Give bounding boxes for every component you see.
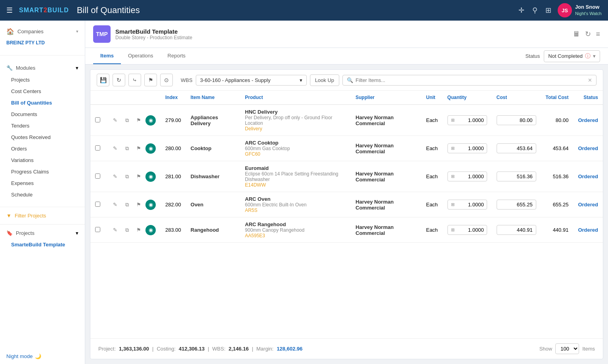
wbs-select[interactable]: 3-60-160 - Appliances - Supply ▾ (196, 75, 307, 86)
row-checkbox-cell (90, 105, 105, 136)
qty-icon: ⊞ (451, 227, 455, 233)
footer-wbs-value: 2,146.16 (229, 346, 249, 352)
tab-items[interactable]: Items (93, 48, 121, 64)
sidebar-item-tenders[interactable]: Tenders (0, 120, 85, 131)
row-checkbox[interactable] (95, 145, 100, 151)
row-checkbox[interactable] (95, 227, 100, 232)
row-supplier: Harvey Norman Commercial (351, 217, 421, 243)
search-icon: 🔍 (347, 77, 353, 83)
copy-btn[interactable]: ⧉ (122, 143, 132, 154)
row-cost (492, 161, 541, 192)
hierarchy-btn[interactable]: ⤷ (128, 74, 141, 86)
quantity-input[interactable] (456, 173, 484, 179)
edit-btn[interactable]: ✎ (110, 143, 120, 154)
filter-input[interactable] (356, 77, 585, 83)
row-total-cost: 516.36 (541, 161, 574, 192)
lookup-btn[interactable]: Look Up (310, 74, 339, 86)
quantity-input[interactable] (456, 227, 484, 233)
sidebar-item-quotes-received[interactable]: Quotes Received (0, 131, 85, 143)
projects-header[interactable]: 🔖 Projects ▾ (0, 227, 85, 239)
active-project-name[interactable]: SmarteBuild Template (0, 239, 85, 250)
night-mode-btn[interactable]: Night mode 🌙 (6, 353, 78, 359)
tab-operations[interactable]: Operations (121, 48, 161, 64)
flag-btn[interactable]: ⚑ (144, 74, 157, 86)
content-header: TMP SmarteBuild Template Double Storey -… (85, 21, 608, 48)
row-cost (492, 192, 541, 217)
add-icon[interactable]: ✛ (518, 6, 524, 15)
avatar[interactable]: JS (558, 3, 572, 17)
sidebar-item-projects[interactable]: Projects (0, 74, 85, 86)
status-dropdown[interactable]: Not Completed ⓘ ▾ (544, 50, 600, 62)
refresh-icon[interactable]: ↻ (585, 30, 591, 38)
sidebar-item-cost-centers[interactable]: Cost Centers (0, 86, 85, 97)
sidebar-item-progress-claims[interactable]: Progress Claims (0, 166, 85, 177)
view-btn[interactable]: ◉ (145, 143, 156, 154)
footer-project-value: 1,363,136.00 (119, 346, 149, 352)
pin-icon[interactable]: ⚲ (532, 6, 537, 15)
status-value: Not Completed (548, 53, 583, 59)
brand: SMART2BUILD (19, 7, 69, 14)
filter-input-wrap: 🔍 ✕ (342, 75, 597, 86)
view-btn[interactable]: ◉ (145, 225, 156, 235)
quantity-input[interactable] (456, 117, 484, 123)
cost-input[interactable] (501, 202, 533, 208)
edit-btn[interactable]: ✎ (110, 172, 120, 182)
view-btn[interactable]: ◉ (145, 200, 156, 210)
row-cost (492, 217, 541, 243)
cost-input[interactable] (501, 173, 533, 179)
companies-label: Companies (17, 29, 44, 34)
sidebar-item-bill-of-quantities[interactable]: Bill of Quantities (0, 97, 85, 109)
view-btn[interactable]: ◉ (145, 115, 156, 126)
copy-btn[interactable]: ⧉ (122, 200, 132, 210)
sidebar-item-expenses[interactable]: Expenses (0, 177, 85, 189)
copy-btn[interactable]: ⧉ (122, 115, 132, 126)
edit-btn[interactable]: ✎ (110, 200, 120, 210)
sidebar-item-documents[interactable]: Documents (0, 109, 85, 120)
row-quantity: ⊞ (443, 136, 492, 161)
copy-btn[interactable]: ⧉ (122, 172, 132, 182)
clear-icon[interactable]: ✕ (588, 77, 592, 83)
sidebar-item-orders[interactable]: Orders (0, 143, 85, 154)
flag-btn[interactable]: ⚑ (134, 172, 144, 182)
refresh-btn[interactable]: ↻ (113, 74, 125, 86)
main-layout: 🏠 Companies ▾ BREINZ PTY LTD 🔧 Modules ▾… (0, 21, 608, 364)
save-btn[interactable]: 💾 (97, 74, 109, 86)
col-product: Product (240, 91, 351, 105)
row-item-name: Cooktop (186, 136, 240, 161)
copy-btn[interactable]: ⧉ (122, 225, 132, 235)
filter-projects-btn[interactable]: ▼ Filter Projects (0, 210, 85, 222)
row-status: Ordered (573, 217, 603, 243)
modules-header[interactable]: 🔧 Modules ▾ (0, 62, 85, 74)
row-checkbox[interactable] (95, 173, 100, 179)
quantity-input[interactable] (456, 202, 484, 208)
row-cost (492, 136, 541, 161)
row-checkbox[interactable] (95, 117, 100, 122)
edit-btn[interactable]: ✎ (110, 115, 120, 126)
row-checkbox[interactable] (95, 202, 100, 207)
list-icon[interactable]: ≡ (596, 30, 600, 38)
quantity-input[interactable] (456, 145, 484, 151)
tab-reports[interactable]: Reports (161, 48, 193, 64)
link-btn[interactable]: ⊙ (160, 74, 173, 86)
cost-input[interactable] (501, 117, 533, 123)
show-select[interactable]: 100 50 25 (555, 343, 579, 354)
edit-btn[interactable]: ✎ (110, 225, 120, 235)
col-item-name: Item Name (186, 91, 240, 105)
sidebar-item-schedule[interactable]: Schedule (0, 189, 85, 200)
sidebar-item-variations[interactable]: Variations (0, 154, 85, 166)
companies-header[interactable]: 🏠 Companies ▾ (0, 25, 85, 38)
flag-btn[interactable]: ⚑ (134, 200, 144, 210)
sidebar: 🏠 Companies ▾ BREINZ PTY LTD 🔧 Modules ▾… (0, 21, 85, 364)
cost-input[interactable] (501, 145, 533, 151)
user-org: Night's Watch (575, 11, 602, 16)
grid-icon[interactable]: ⊞ (545, 6, 551, 15)
projects-chevron: ▾ (76, 230, 78, 236)
flag-btn[interactable]: ⚑ (134, 115, 144, 126)
view-btn[interactable]: ◉ (145, 172, 156, 182)
flag-btn[interactable]: ⚑ (134, 225, 144, 235)
flag-btn[interactable]: ⚑ (134, 143, 144, 154)
cost-input[interactable] (501, 227, 533, 233)
hamburger-icon[interactable]: ☰ (6, 6, 13, 15)
row-quantity: ⊞ (443, 105, 492, 136)
calculator-icon[interactable]: 🖩 (573, 30, 580, 38)
